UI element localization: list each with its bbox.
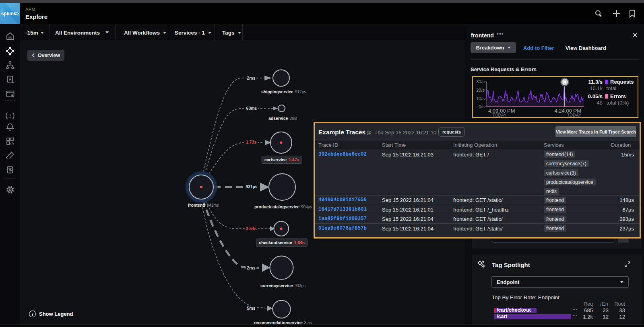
svg-text:0/s: 0/s (479, 104, 485, 109)
svg-text:Requests: Requests (610, 79, 634, 85)
svg-text:TODAY: TODAY (567, 113, 581, 117)
svg-text:Errors: Errors (610, 93, 626, 99)
svg-text:10/s: 10/s (476, 96, 485, 101)
svg-text:20/s: 20/s (476, 88, 485, 93)
svg-text:total (0%): total (0%) (605, 100, 629, 106)
svg-text:10.1k: 10.1k (590, 85, 603, 91)
svg-text:48: 48 (597, 100, 603, 106)
svg-text:30/s: 30/s (476, 79, 485, 84)
svg-text:total: total (605, 85, 616, 91)
svg-text:TODAY: TODAY (492, 113, 506, 117)
svg-text:0.05/s: 0.05/s (588, 93, 603, 99)
svg-text:11.3/s: 11.3/s (588, 79, 603, 85)
